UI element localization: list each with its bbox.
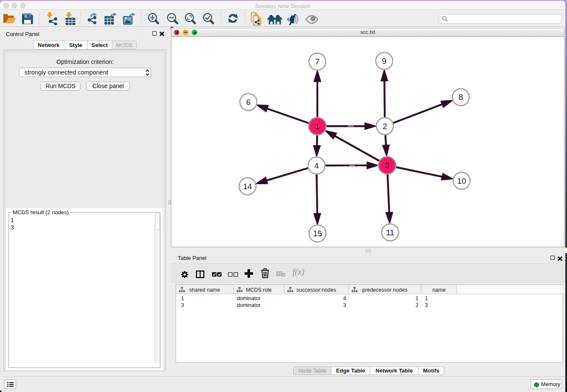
- svg-text:3: 3: [385, 161, 390, 170]
- svg-text:6: 6: [246, 98, 251, 107]
- svg-text:4: 4: [314, 161, 319, 170]
- svg-text:7: 7: [315, 57, 320, 66]
- svg-text:14: 14: [243, 182, 252, 191]
- svg-text:8: 8: [459, 93, 463, 102]
- svg-text:15: 15: [313, 229, 322, 238]
- svg-text:9: 9: [382, 57, 387, 66]
- svg-text:2: 2: [383, 122, 387, 131]
- svg-text:11: 11: [386, 228, 394, 237]
- svg-text:10: 10: [457, 177, 466, 185]
- svg-text:1: 1: [315, 122, 320, 131]
